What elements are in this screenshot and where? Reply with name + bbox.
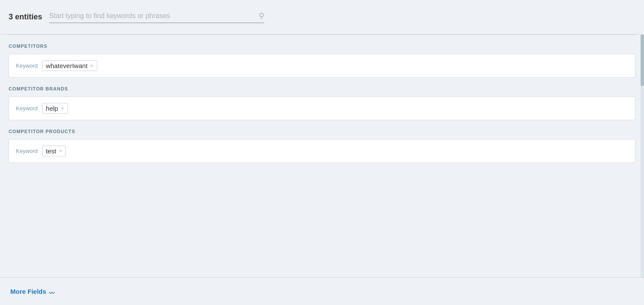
chevron-down-icon: ⌵⌵ [49, 288, 54, 295]
competitors-section-title: COMPETITORS [9, 44, 635, 49]
competitor-products-section-title: COMPETITOR PRODUCTS [9, 129, 635, 134]
competitor-brands-tag-0: help × [42, 103, 68, 114]
search-icon: ⚲ [259, 11, 264, 21]
competitor-products-keyword-label: Keyword [16, 148, 38, 154]
content-area: COMPETITORS Keyword whateverIwant × COMP… [0, 34, 644, 305]
competitor-brands-section: COMPETITOR BRANDS Keyword help × [0, 78, 644, 120]
more-fields-button[interactable]: More Fields ⌵⌵ [10, 288, 54, 295]
competitor-brands-tag-0-close[interactable]: × [61, 106, 64, 111]
competitor-products-tag-0: test × [42, 146, 66, 156]
competitor-products-box: Keyword test × [9, 139, 635, 163]
competitor-brands-tag-0-value: help [46, 105, 58, 112]
competitors-keyword-label: Keyword [16, 62, 38, 69]
search-container: ⚲ [49, 11, 264, 23]
competitors-tag-0-value: whateverIwant [46, 62, 88, 69]
competitor-brands-section-title: COMPETITOR BRANDS [9, 86, 635, 91]
competitor-brands-keyword-label: Keyword [16, 105, 38, 112]
competitors-section: COMPETITORS Keyword whateverIwant × [0, 35, 644, 78]
main-window: 3 entities ⚲ COMPETITORS Keyword whateve… [0, 0, 644, 305]
competitors-tag-0-close[interactable]: × [90, 63, 93, 68]
competitor-products-tag-0-close[interactable]: × [59, 148, 62, 154]
competitors-tag-0: whateverIwant × [42, 60, 97, 71]
competitors-box: Keyword whateverIwant × [9, 54, 635, 78]
top-bar: 3 entities ⚲ [0, 0, 644, 34]
competitor-products-tag-0-value: test [46, 147, 56, 155]
bottom-bar: More Fields ⌵⌵ [0, 277, 644, 305]
competitor-products-section: COMPETITOR PRODUCTS Keyword test × [0, 120, 644, 163]
more-fields-label: More Fields [10, 288, 46, 295]
competitor-brands-box: Keyword help × [9, 96, 635, 120]
entity-count: 3 entities [9, 12, 42, 22]
search-input[interactable] [49, 12, 255, 20]
scrollbar-track [641, 34, 644, 277]
scrollbar-thumb[interactable] [641, 34, 644, 86]
